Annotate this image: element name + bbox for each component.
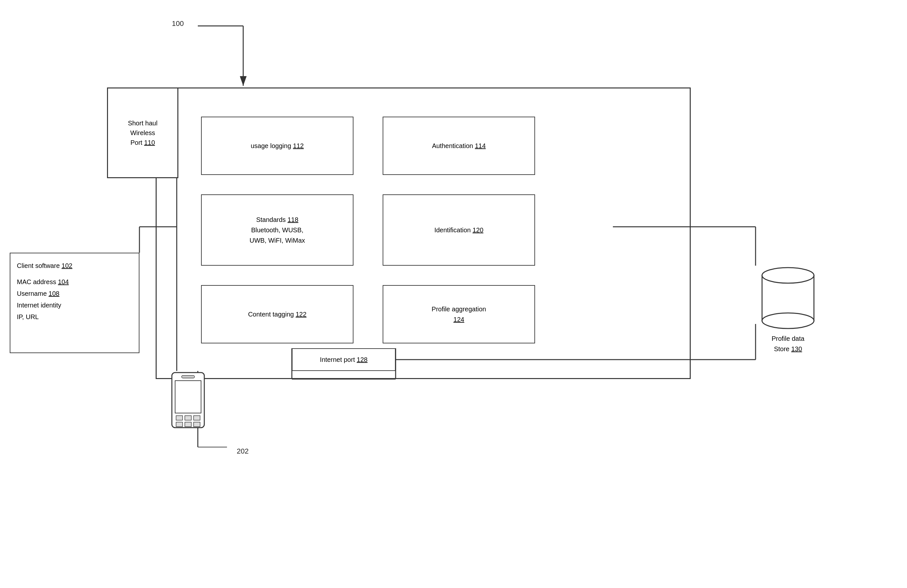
internet-port-box: Internet port 128 [292, 348, 396, 371]
svg-rect-25 [176, 422, 183, 427]
device-icon [167, 371, 209, 437]
ref-100-label: 100 [172, 19, 184, 28]
content-tagging-box: Content tagging 122 [201, 285, 353, 344]
svg-point-19 [762, 313, 814, 329]
short-haul-port-box: Short haul Wireless Port 110 [107, 88, 178, 178]
svg-rect-24 [194, 415, 200, 420]
authentication-box: Authentication 114 [383, 117, 535, 175]
svg-rect-22 [176, 415, 183, 420]
client-software-box: Client software 102 MAC address 104 User… [10, 253, 139, 353]
svg-point-18 [762, 268, 814, 283]
usage-logging-box: usage logging 112 [201, 117, 353, 175]
svg-rect-28 [182, 375, 195, 378]
svg-rect-26 [185, 422, 191, 427]
standards-box: Standards 118 Bluetooth, WUSB, UWB, WiFI… [201, 194, 353, 266]
ref-202-label: 202 [237, 447, 249, 455]
identification-box: Identification 120 [383, 194, 535, 266]
svg-rect-27 [194, 422, 200, 427]
profile-data-store: Profile data Store 130 [756, 259, 820, 354]
profile-aggregation-box: Profile aggregation 124 [383, 285, 535, 344]
svg-rect-23 [185, 415, 191, 420]
